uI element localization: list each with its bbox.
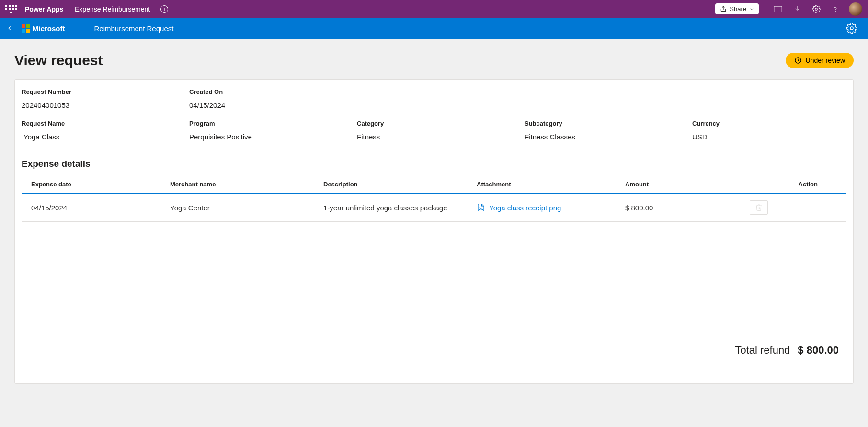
created-on-value: 04/15/2024 [189, 101, 357, 109]
share-button[interactable]: Share [715, 3, 759, 14]
waffle-icon[interactable] [4, 2, 18, 16]
currency-label: Currency [692, 120, 846, 127]
status-text: Under review [806, 57, 845, 64]
fit-screen-icon[interactable] [768, 0, 788, 18]
screen-title: Reimbursement Request [94, 24, 174, 33]
cell-amount: $ 800.00 [616, 193, 740, 222]
request-number-label: Request Number [22, 88, 189, 95]
col-date: Expense date [22, 176, 160, 193]
request-name-value: Yoga Class [22, 133, 189, 141]
cell-attachment: Yoga class receipt.png [467, 193, 616, 222]
cell-description: 1-year unlimited yoga classes package [314, 193, 467, 222]
subcategory-value: Fitness Classes [525, 133, 692, 141]
currency-value: USD [692, 133, 846, 141]
created-on-label: Created On [189, 88, 357, 95]
col-action: Action [740, 176, 846, 193]
app-name: Expense Reimbursement [75, 5, 150, 13]
svg-point-2 [835, 11, 835, 11]
table-row: 04/15/2024 Yoga Center 1-year unlimited … [22, 193, 846, 222]
cell-merchant: Yoga Center [160, 193, 314, 222]
chevron-down-icon [749, 7, 754, 12]
share-icon [720, 6, 727, 12]
svg-point-1 [815, 8, 818, 10]
back-button[interactable] [2, 21, 17, 36]
subcategory-label: Subcategory [525, 120, 692, 127]
expense-details-title: Expense details [22, 159, 846, 169]
status-badge: Under review [786, 53, 854, 68]
image-document-icon [477, 203, 485, 212]
col-amount: Amount [616, 176, 740, 193]
global-topbar: Power Apps | Expense Reimbursement i Sha… [0, 0, 868, 18]
page-content: View request Under review Request Number… [0, 39, 868, 427]
delete-row-button[interactable] [750, 200, 768, 215]
col-description: Description [314, 176, 467, 193]
cell-date: 04/15/2024 [22, 193, 160, 222]
product-name: Power Apps [25, 5, 63, 13]
total-refund-value: $ 800.00 [798, 344, 839, 357]
cell-action [740, 193, 846, 222]
total-row: Total refund $ 800.00 [735, 344, 839, 357]
col-attachment: Attachment [467, 176, 616, 193]
expense-table: Expense date Merchant name Description A… [22, 176, 846, 222]
user-avatar[interactable] [849, 2, 862, 16]
col-merchant: Merchant name [160, 176, 314, 193]
request-summary-row-1: Request Number 202404001053 Created On 0… [22, 88, 846, 109]
download-icon[interactable] [788, 0, 807, 18]
attachment-link[interactable]: Yoga class receipt.png [489, 204, 561, 212]
microsoft-brand-text: Microsoft [33, 24, 65, 33]
settings-icon[interactable] [807, 0, 826, 18]
app-header: Microsoft Reimbursement Request [0, 18, 868, 39]
share-button-label: Share [730, 5, 746, 12]
total-refund-label: Total refund [735, 344, 790, 357]
topbar-separator: | [68, 5, 70, 13]
microsoft-logo-icon [21, 24, 30, 33]
app-settings-icon[interactable] [843, 20, 860, 37]
svg-rect-0 [774, 6, 782, 12]
help-icon[interactable] [826, 0, 845, 18]
program-value: Perquisites Positive [189, 133, 357, 141]
table-header-row: Expense date Merchant name Description A… [22, 176, 846, 193]
category-label: Category [357, 120, 525, 127]
appbar-separator [80, 22, 80, 35]
page-header: View request Under review [14, 52, 854, 69]
request-name-label: Request Name [22, 120, 189, 127]
clock-icon [794, 57, 802, 64]
request-summary-row-2: Request Name Yoga Class Program Perquisi… [22, 120, 846, 148]
request-card: Request Number 202404001053 Created On 0… [14, 79, 854, 384]
trash-icon [755, 204, 763, 211]
program-label: Program [189, 120, 357, 127]
svg-point-3 [850, 27, 853, 30]
info-icon[interactable]: i [160, 5, 168, 13]
category-value: Fitness [357, 133, 525, 141]
page-title: View request [14, 52, 103, 69]
request-number-value: 202404001053 [22, 101, 189, 109]
